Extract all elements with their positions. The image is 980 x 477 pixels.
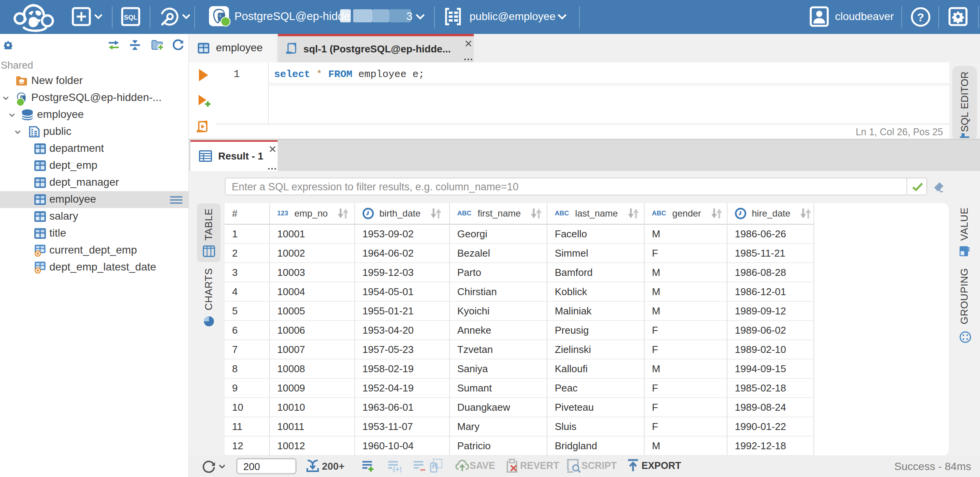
svg-text:(+): (+) bbox=[393, 465, 401, 472]
svg-text:?: ? bbox=[917, 11, 924, 24]
svg-text:SQL: SQL bbox=[124, 14, 138, 21]
